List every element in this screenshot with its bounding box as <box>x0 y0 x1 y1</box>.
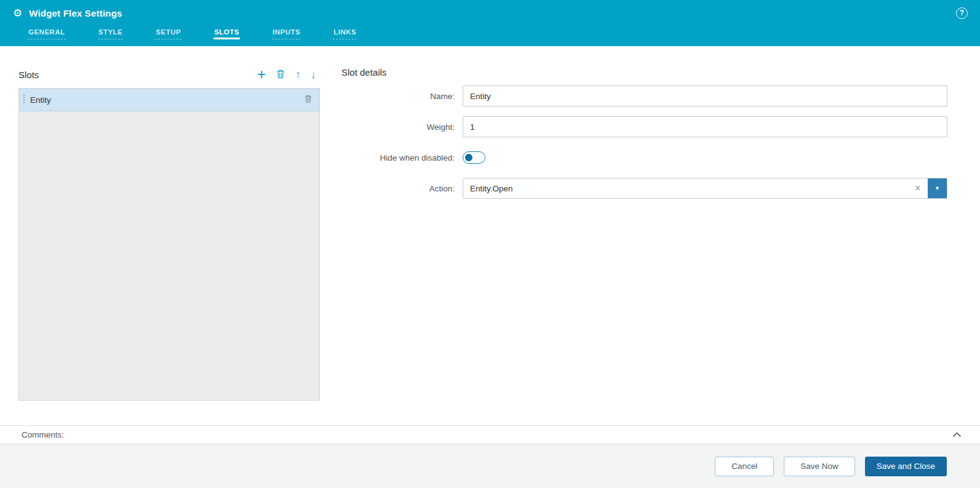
comments-label: Comments: <box>22 430 64 439</box>
main-content: Slots + ↑ <box>0 46 980 425</box>
chevron-up-icon[interactable] <box>952 432 962 438</box>
action-combobox[interactable]: Entity.Open × ▼ <box>463 178 947 199</box>
plus-icon: + <box>257 67 266 82</box>
slots-title: Slots <box>18 70 39 80</box>
slots-toolbar: + ↑ ↓ <box>257 67 320 82</box>
arrow-down-icon: ↓ <box>311 69 316 80</box>
comments-bar[interactable]: Comments: <box>0 425 980 444</box>
save-now-button[interactable]: Save Now <box>784 457 855 476</box>
weight-input[interactable] <box>463 116 947 137</box>
toggle-knob <box>465 154 472 161</box>
drag-handle-icon[interactable] <box>23 95 25 105</box>
weight-label: Weight: <box>341 122 463 132</box>
slot-list[interactable]: Entity <box>18 88 320 401</box>
gear-icon: ⚙ <box>13 8 22 18</box>
tab-style[interactable]: STYLE <box>98 28 124 39</box>
clear-action-icon[interactable]: × <box>908 178 928 198</box>
action-value[interactable]: Entity.Open <box>463 178 908 198</box>
title-row: ⚙ Widget Flex Settings ? <box>0 0 980 26</box>
tab-general[interactable]: GENERAL <box>28 28 66 39</box>
slot-details-title: Slot details <box>341 67 947 78</box>
move-slot-down-button[interactable]: ↓ <box>311 69 316 80</box>
tab-inputs[interactable]: INPUTS <box>272 28 301 39</box>
footer: Cancel Save Now Save and Close <box>0 444 980 488</box>
tab-links[interactable]: LINKS <box>333 28 357 39</box>
slot-details-panel: Slot details Name: Weight: Hide when dis… <box>320 67 980 425</box>
hide-when-disabled-label: Hide when disabled: <box>341 153 463 162</box>
hide-when-disabled-toggle[interactable] <box>463 151 485 164</box>
name-row: Name: <box>341 86 947 106</box>
name-label: Name: <box>341 92 463 101</box>
hide-when-disabled-row: Hide when disabled: <box>341 147 947 168</box>
tab-setup[interactable]: SETUP <box>155 28 181 39</box>
header: ⚙ Widget Flex Settings ? GENERAL STYLE S… <box>0 0 980 46</box>
slots-panel: Slots + ↑ <box>18 67 320 425</box>
weight-row: Weight: <box>341 116 947 137</box>
action-row: Action: Entity.Open × ▼ <box>341 178 947 199</box>
dialog-title: Widget Flex Settings <box>29 8 122 18</box>
cancel-button[interactable]: Cancel <box>715 457 774 476</box>
tab-bar: GENERAL STYLE SETUP SLOTS INPUTS LINKS <box>0 26 980 46</box>
help-icon[interactable]: ? <box>956 7 968 19</box>
save-and-close-button[interactable]: Save and Close <box>865 457 947 476</box>
add-slot-button[interactable]: + <box>257 67 266 82</box>
delete-slot-row-icon[interactable] <box>304 94 313 105</box>
slot-list-item-entity[interactable]: Entity <box>19 89 319 111</box>
tab-slots[interactable]: SLOTS <box>213 28 240 39</box>
delete-slot-button[interactable] <box>276 69 285 80</box>
trash-icon <box>276 69 285 80</box>
slots-panel-header: Slots + ↑ <box>18 67 320 82</box>
move-slot-up-button[interactable]: ↑ <box>295 69 301 80</box>
chevron-down-icon: ▼ <box>934 185 940 191</box>
action-label: Action: <box>341 184 463 193</box>
action-dropdown-button[interactable]: ▼ <box>928 178 947 198</box>
arrow-up-icon: ↑ <box>295 69 301 80</box>
slot-item-label: Entity <box>30 95 304 105</box>
widget-flex-settings-dialog: ⚙ Widget Flex Settings ? GENERAL STYLE S… <box>0 0 980 488</box>
name-input[interactable] <box>463 86 947 106</box>
